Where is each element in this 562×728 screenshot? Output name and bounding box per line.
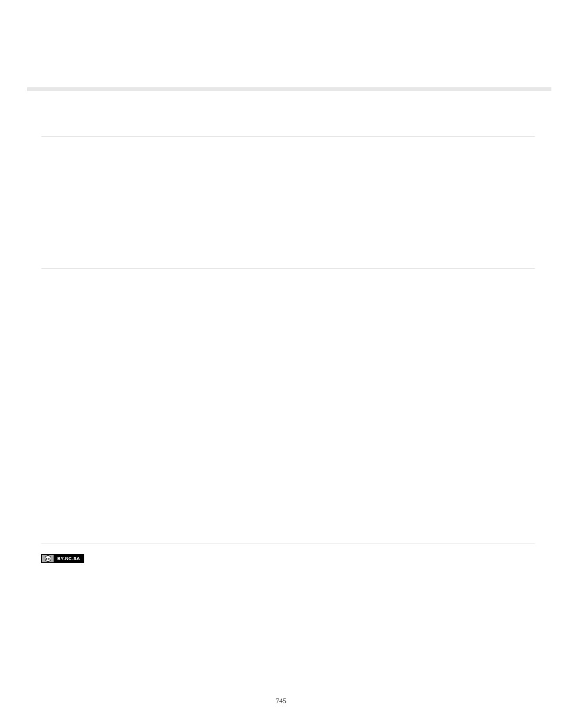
horizontal-rule <box>41 543 535 544</box>
page: cc BY-NC-SA 745 <box>0 0 562 728</box>
cc-license-terms: BY-NC-SA <box>54 555 84 562</box>
horizontal-rule <box>41 136 535 137</box>
page-number: 745 <box>0 697 562 706</box>
horizontal-rule <box>41 268 535 269</box>
header-rule-thick <box>27 87 551 91</box>
cc-mark: cc <box>45 555 51 562</box>
cc-logo-icon: cc <box>42 555 54 562</box>
cc-license-badge: cc BY-NC-SA <box>41 554 84 563</box>
